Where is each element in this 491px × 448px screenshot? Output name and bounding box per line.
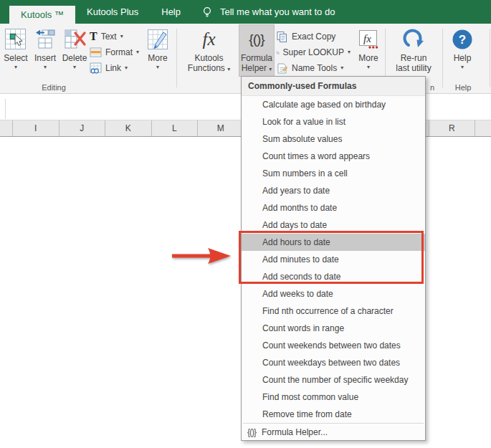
menu-item-add-months[interactable]: Add months to date: [242, 199, 425, 216]
exact-copy-label: Exact Copy: [292, 32, 335, 42]
more-editing-label: More: [148, 54, 167, 64]
link-icon: [90, 62, 102, 74]
select-label: Select: [4, 54, 27, 64]
link-label: Link: [105, 63, 121, 73]
formula-helper-icon: {()}: [249, 32, 264, 47]
tab-kutools-plus-label: Kutools Plus: [87, 6, 138, 17]
menu-item-count-word-appears[interactable]: Count times a word appears: [242, 148, 425, 165]
chevron-down-icon: ▾: [461, 64, 464, 71]
group-label-partial: n: [427, 83, 437, 93]
menu-item-count-weekends[interactable]: Count weekends between two dates: [242, 337, 425, 354]
rerun-last-utility-button[interactable]: Re-run last utility: [388, 25, 439, 77]
rerun-label2: last utility: [396, 63, 431, 73]
column-header[interactable]: M: [198, 120, 244, 136]
format-label: Format: [105, 47, 133, 57]
grid-pencil-icon: [146, 25, 170, 54]
menu-item-sum-numbers-cell[interactable]: Sum numbers in a cell: [242, 165, 425, 182]
tab-kutools-label: Kutools ™: [21, 9, 64, 20]
chevron-down-icon: ▾: [269, 66, 272, 72]
svg-text:fx: fx: [363, 33, 371, 44]
formula-helper-label2: Helper: [242, 63, 267, 73]
menu-item-look-for-value[interactable]: Look for a value in list: [242, 113, 425, 130]
chevron-down-icon: ▾: [136, 49, 139, 56]
formula-helper-icon: {()}: [247, 427, 256, 437]
annotation-highlight-box: [239, 231, 424, 284]
tab-help-label: Help: [161, 6, 181, 17]
delete-label: Delete: [62, 54, 87, 64]
menu-item-find-most-common[interactable]: Find most common value: [242, 389, 425, 406]
super-lookup-label: Super LOOKUP: [283, 47, 344, 57]
chevron-down-icon: ▾: [120, 33, 123, 40]
tell-me-label: Tell me what you want to do: [220, 6, 335, 17]
rerun-label: Re-run: [401, 53, 427, 63]
tell-me-box[interactable]: Tell me what you want to do: [192, 0, 335, 24]
menu-item-count-specific-weekday[interactable]: Count the number of specific weekday: [242, 371, 425, 389]
column-header[interactable]: [475, 120, 491, 136]
exact-copy-button[interactable]: Exact Copy: [276, 29, 351, 44]
column-header[interactable]: R: [429, 120, 476, 136]
insert-icon: [33, 25, 57, 54]
group-separator: [442, 29, 443, 87]
delete-button[interactable]: Delete ▾: [60, 25, 89, 77]
delete-icon: [62, 25, 87, 54]
tab-help[interactable]: Help: [150, 0, 192, 24]
help-label: Help: [454, 54, 472, 64]
menu-item-add-weeks[interactable]: Add weeks to date: [242, 285, 425, 302]
text-icon: T: [90, 30, 97, 43]
column-header[interactable]: [0, 120, 13, 136]
menu-item-formula-helper[interactable]: {()} Formula Helper...: [242, 424, 425, 440]
chevron-down-icon: ▾: [348, 49, 351, 56]
redo-arrow-icon: [401, 25, 426, 54]
lookup-magnifier-icon: [276, 47, 280, 59]
group-label-help: Help: [444, 83, 482, 93]
more-formula-label: More: [358, 54, 378, 64]
more-formula-button[interactable]: fx More ▾: [353, 25, 384, 77]
ribbon-tab-bar: Kutools ™ Kutools Plus Help Tell me what…: [0, 0, 491, 24]
super-lookup-button[interactable]: Super LOOKUP ▾: [276, 44, 351, 60]
column-header[interactable]: I: [13, 120, 59, 136]
column-header[interactable]: L: [152, 120, 199, 136]
name-tools-button[interactable]: Name Tools ▾: [276, 60, 351, 76]
chevron-down-icon: ▾: [125, 65, 128, 72]
menu-item-add-years[interactable]: Add years to date: [242, 182, 425, 199]
menu-item-find-nth-occurrence[interactable]: Find nth occurrence of a character: [242, 302, 425, 320]
menu-item-sum-absolute[interactable]: Sum absolute values: [242, 130, 425, 148]
group-label-editing: Editing: [14, 83, 93, 93]
formula-helper-button[interactable]: {()} Formula Helper ▾: [239, 24, 275, 77]
fx-box-icon: fx: [358, 25, 379, 54]
insert-label: Insert: [34, 54, 56, 64]
name-tools-label: Name Tools: [292, 63, 337, 73]
menu-item-count-weekdays[interactable]: Count weekdays between two dates: [242, 354, 425, 371]
chevron-down-icon: ▾: [227, 66, 230, 72]
annotation-arrow-icon: [169, 244, 234, 268]
chevron-down-icon: ▾: [156, 64, 159, 71]
column-header[interactable]: K: [105, 120, 152, 136]
tab-kutools-plus[interactable]: Kutools Plus: [75, 0, 150, 24]
fx-icon: fx: [202, 29, 215, 49]
chevron-down-icon: ▾: [14, 64, 17, 71]
kutools-functions-button[interactable]: fx Kutools Functions ▾: [181, 25, 237, 77]
kutools-functions-label: Kutools: [194, 53, 223, 63]
svg-text:?: ?: [459, 33, 466, 47]
column-header[interactable]: J: [59, 120, 106, 136]
menu-item-remove-time[interactable]: Remove time from date: [242, 406, 425, 423]
tab-kutools[interactable]: Kutools ™: [9, 6, 75, 24]
menu-item-calculate-age[interactable]: Calculate age based on birthday: [242, 96, 425, 113]
select-button[interactable]: Select ▾: [1, 25, 31, 77]
menu-section-header: Commonly-used Formulas: [242, 77, 425, 96]
help-button[interactable]: ? Help ▾: [446, 25, 479, 77]
chevron-down-icon: ▾: [340, 65, 343, 72]
menu-item-count-words-range[interactable]: Count words in range: [242, 320, 425, 337]
group-separator: [176, 29, 177, 87]
chevron-down-icon: ▾: [73, 64, 76, 71]
formula-bar-divider: [5, 99, 6, 119]
chevron-down-icon: ▾: [44, 64, 47, 71]
insert-button[interactable]: Insert ▾: [31, 25, 59, 77]
group-separator: [490, 29, 490, 87]
help-question-icon: ?: [452, 25, 473, 54]
select-icon: [4, 25, 28, 54]
text-label: Text: [101, 32, 117, 42]
name-tools-icon: [276, 62, 288, 75]
lightbulb-icon: [201, 6, 214, 19]
more-editing-button[interactable]: More ▾: [141, 25, 174, 77]
